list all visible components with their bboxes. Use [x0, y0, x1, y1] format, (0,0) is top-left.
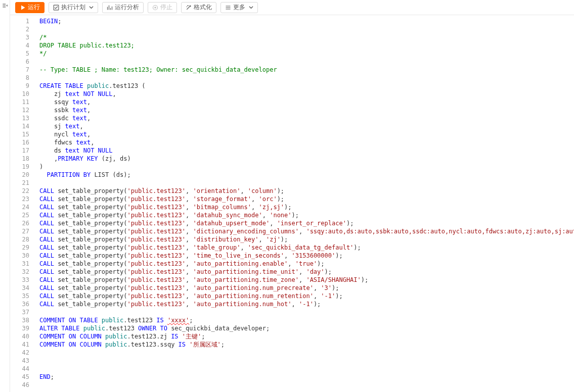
code-line[interactable]: ssqy text,	[39, 98, 574, 106]
code-line[interactable]	[39, 179, 574, 187]
code-line[interactable]: COMMENT ON COLUMN public.test123.zj IS '…	[39, 332, 574, 340]
code-line[interactable]: )	[39, 163, 574, 171]
code-line[interactable]	[39, 365, 574, 373]
line-number: 23	[10, 195, 34, 203]
code-line[interactable]	[39, 74, 574, 82]
code-line[interactable]: DROP TABLE public.test123;	[39, 41, 574, 50]
code-token: BY	[83, 171, 91, 178]
code-line[interactable]: CALL set_table_property('public.test123'…	[39, 219, 574, 227]
code-token: 'ssqy:auto,ds:auto,ssbk:auto,ssdc:auto,n…	[306, 228, 574, 235]
code-token: set_table_property(	[54, 228, 127, 235]
code-token: );	[284, 204, 291, 211]
code-line[interactable]: CALL set_table_property('public.test123'…	[39, 276, 574, 284]
code-token: CALL	[39, 301, 54, 308]
code-line[interactable]	[39, 308, 574, 316]
code-line[interactable]: PARTITION BY LIST (ds);	[39, 171, 574, 179]
code-line[interactable]: END;	[39, 373, 574, 381]
code-line[interactable]: ALTER TABLE public.test123 OWNER TO sec_…	[39, 324, 574, 332]
code-line[interactable]	[39, 357, 574, 365]
line-number: 13	[10, 114, 34, 122]
code-line[interactable]: CREATE TABLE public.test123 (	[39, 82, 574, 90]
code-token: ,	[186, 244, 193, 251]
code-line[interactable]: CALL set_table_property('public.test123'…	[39, 252, 574, 260]
code-line[interactable]: COMMENT ON TABLE public.test123 IS 'xxxx…	[39, 316, 574, 324]
code-line[interactable]: CALL set_table_property('public.test123'…	[39, 211, 574, 219]
line-number: 12	[10, 106, 34, 114]
code-line[interactable]	[39, 381, 574, 389]
code-token: public	[105, 333, 127, 340]
code-token: CALL	[39, 244, 54, 251]
code-token: ,	[186, 220, 193, 227]
code-token: text	[76, 139, 91, 146]
line-number: 6	[10, 58, 34, 66]
code-token	[65, 317, 69, 324]
line-number: 9	[10, 82, 34, 90]
code-line[interactable]: ,PRIMARY KEY (zj, ds)	[39, 155, 574, 163]
code-line[interactable]: CALL set_table_property('public.test123'…	[39, 243, 574, 252]
collapse-sidebar-button[interactable]	[0, 0, 10, 392]
code-token: CALL	[39, 187, 54, 194]
code-line[interactable]: ssdc text,	[39, 114, 574, 122]
code-line[interactable]: ds text NOT NULL	[39, 146, 574, 155]
analyze-icon	[107, 5, 113, 11]
code-token: CALL	[39, 204, 54, 211]
check-icon	[53, 5, 59, 11]
code-line[interactable]: CALL set_table_property('public.test123'…	[39, 300, 574, 308]
code-token: 'distribution_key'	[193, 236, 258, 243]
code-token: PARTITION	[47, 171, 79, 178]
code-token: 'datahub_sync_mode'	[193, 212, 262, 219]
line-number: 22	[10, 187, 34, 195]
code-token: CALL	[39, 252, 54, 259]
code-token: ,	[240, 244, 247, 251]
code-line[interactable]: CALL set_table_property('public.test123'…	[39, 227, 574, 235]
code-line[interactable]: CALL set_table_property('public.test123'…	[39, 268, 574, 276]
code-token: set_table_property(	[54, 260, 127, 267]
code-line[interactable]: CALL set_table_property('public.test123'…	[39, 187, 574, 195]
code-token	[98, 317, 102, 324]
code-token: ,	[87, 115, 91, 122]
code-token: ;	[58, 18, 61, 25]
code-area[interactable]: BEGIN; /*DROP TABLE public.test123;*/ --…	[34, 15, 574, 392]
code-token: OWNER TO	[138, 325, 167, 332]
code-line[interactable]: BEGIN;	[39, 17, 574, 25]
code-line[interactable]: */	[39, 50, 574, 58]
code-line[interactable]: CALL set_table_property('public.test123'…	[39, 235, 574, 243]
line-number: 5	[10, 50, 34, 58]
code-line[interactable]: CALL set_table_property('public.test123'…	[39, 195, 574, 203]
exec-plan-button[interactable]: 执行计划	[49, 2, 98, 13]
code-line[interactable]: /*	[39, 33, 574, 41]
more-button[interactable]: 更多	[220, 2, 258, 13]
code-line[interactable]: CALL set_table_property('public.test123'…	[39, 260, 574, 268]
code-line[interactable]: zj text NOT NULL,	[39, 90, 574, 98]
code-token: BEGIN	[39, 18, 58, 25]
code-token: 'public.test123'	[127, 187, 186, 194]
code-line[interactable]: CALL set_table_property('public.test123'…	[39, 284, 574, 292]
code-token: );	[346, 220, 354, 227]
run-button[interactable]: 运行	[15, 2, 45, 13]
code-token: fdwcs	[39, 139, 76, 146]
code-token: 'public.test123'	[127, 212, 186, 219]
code-token: 'bitmap_columns'	[193, 204, 251, 211]
sql-editor[interactable]: 1234567891011121314151617181920212223242…	[10, 15, 574, 392]
code-line[interactable]: CALL set_table_property('public.test123'…	[39, 292, 574, 300]
code-line[interactable]: -- Type: TABLE ; Name: test123; Owner: s…	[39, 66, 574, 74]
code-token: ;	[201, 333, 205, 340]
code-line[interactable]	[39, 25, 574, 33]
code-line[interactable]	[39, 58, 574, 66]
code-line[interactable]: COMMENT ON COLUMN public.test123.ssqy IS…	[39, 340, 574, 349]
run-analysis-button[interactable]: 运行分析	[102, 2, 144, 13]
code-token: '主键'	[182, 333, 201, 340]
code-line[interactable]: ssbk text,	[39, 106, 574, 114]
line-number: 26	[10, 219, 34, 227]
code-line[interactable]: nycl text,	[39, 130, 574, 138]
code-line[interactable]: sj text,	[39, 122, 574, 130]
code-line[interactable]	[39, 349, 574, 357]
format-button[interactable]: 格式化	[181, 2, 216, 13]
code-line[interactable]: fdwcs text,	[39, 138, 574, 146]
code-token: 'public.test123'	[127, 268, 186, 275]
code-token	[65, 341, 69, 348]
line-number: 2	[10, 25, 34, 33]
code-token: set_table_property(	[54, 276, 127, 283]
code-line[interactable]: CALL set_table_property('public.test123'…	[39, 203, 574, 211]
play-icon	[20, 5, 26, 11]
